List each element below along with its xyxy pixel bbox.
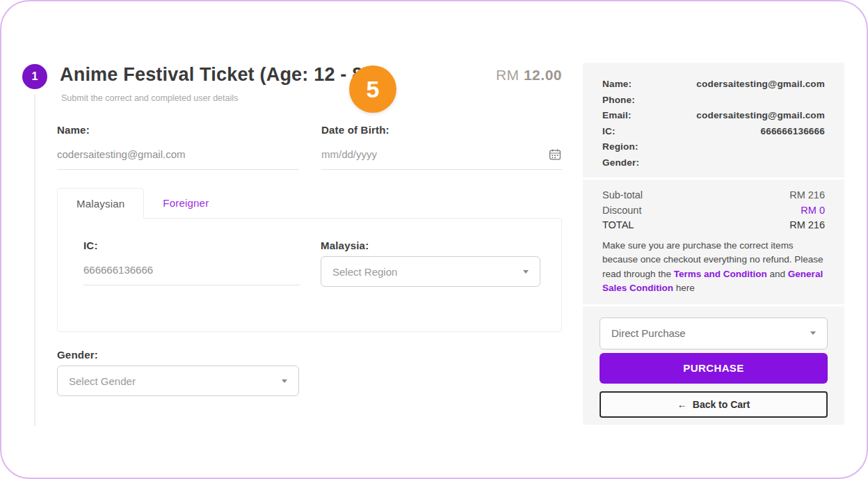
left-arrow-icon: ← bbox=[677, 399, 687, 410]
tab-malaysian[interactable]: Malaysian bbox=[57, 188, 144, 219]
region-select[interactable]: Select Region bbox=[321, 256, 540, 287]
price-amount: 12.00 bbox=[524, 67, 562, 83]
ticket-price: RM 12.00 bbox=[447, 67, 562, 84]
dob-input[interactable] bbox=[321, 139, 562, 170]
purchase-button[interactable]: PURCHASE bbox=[600, 353, 828, 384]
chevron-down-icon bbox=[523, 270, 529, 274]
region-label: Malaysia: bbox=[321, 240, 540, 251]
gender-label: Gender: bbox=[57, 349, 299, 361]
calendar-icon[interactable] bbox=[549, 148, 561, 161]
dob-label: Date of Birth: bbox=[321, 124, 562, 136]
tab-foreigner[interactable]: Foreigner bbox=[144, 188, 227, 219]
refund-disclaimer: Make sure you are purchase the correct i… bbox=[602, 239, 825, 296]
purchase-actions-section: Direct Purchase PURCHASE ← Back to Cart bbox=[583, 306, 844, 418]
summary-row-ic: IC: 666666136666 bbox=[602, 124, 825, 140]
discount-row: Discount RM 0 bbox=[602, 203, 825, 219]
ic-field: IC: bbox=[83, 240, 300, 285]
ic-label: IC: bbox=[83, 240, 300, 251]
purchase-method-select[interactable]: Direct Purchase bbox=[600, 317, 828, 350]
name-input[interactable] bbox=[57, 139, 299, 170]
purchase-method-value: Direct Purchase bbox=[611, 327, 686, 339]
region-field: Malaysia: Select Region bbox=[321, 240, 540, 287]
name-label: Name: bbox=[57, 124, 299, 136]
chevron-down-icon bbox=[282, 379, 287, 383]
page-subtitle: Submit the correct and completed user de… bbox=[61, 93, 238, 103]
step-number-badge: 1 bbox=[22, 64, 47, 89]
total-row: TOTAL RM 216 bbox=[602, 218, 825, 233]
nationality-tabs: Malaysian Foreigner bbox=[57, 188, 227, 219]
subtotal-row: Sub-total RM 216 bbox=[602, 188, 825, 203]
totals-section: Sub-total RM 216 Discount RM 0 TOTAL RM … bbox=[583, 180, 844, 304]
user-details-section: Name: codersaitesting@gmail.com Phone: E… bbox=[583, 63, 844, 178]
name-field: Name: bbox=[57, 124, 299, 170]
terms-and-condition-link[interactable]: Terms and Condition bbox=[674, 269, 767, 279]
back-to-cart-button[interactable]: ← Back to Cart bbox=[600, 391, 828, 418]
summary-row-region: Region: bbox=[602, 139, 825, 155]
gender-select[interactable]: Select Gender bbox=[57, 366, 299, 396]
gender-select-placeholder: Select Gender bbox=[69, 375, 136, 387]
dob-field: Date of Birth: bbox=[321, 124, 562, 170]
page-title: Anime Festival Ticket (Age: 12 - 80) bbox=[60, 64, 380, 86]
gender-field: Gender: Select Gender bbox=[57, 349, 299, 396]
back-to-cart-label: Back to Cart bbox=[693, 399, 750, 410]
quantity-badge: 5 bbox=[349, 65, 396, 113]
checkout-card: 1 Anime Festival Ticket (Age: 12 - 80) S… bbox=[0, 0, 868, 479]
summary-row-phone: Phone: bbox=[602, 93, 825, 109]
ic-input[interactable] bbox=[83, 254, 300, 285]
summary-row-email: Email: codersaitesting@gmail.com bbox=[602, 108, 825, 124]
order-summary-panel: Name: codersaitesting@gmail.com Phone: E… bbox=[583, 63, 844, 425]
region-select-placeholder: Select Region bbox=[332, 266, 397, 278]
step-connector-line bbox=[34, 95, 35, 426]
price-currency: RM bbox=[496, 67, 520, 83]
chevron-down-icon bbox=[810, 331, 816, 335]
summary-row-gender: Gender: bbox=[602, 155, 825, 171]
summary-row-name: Name: codersaitesting@gmail.com bbox=[602, 77, 825, 93]
